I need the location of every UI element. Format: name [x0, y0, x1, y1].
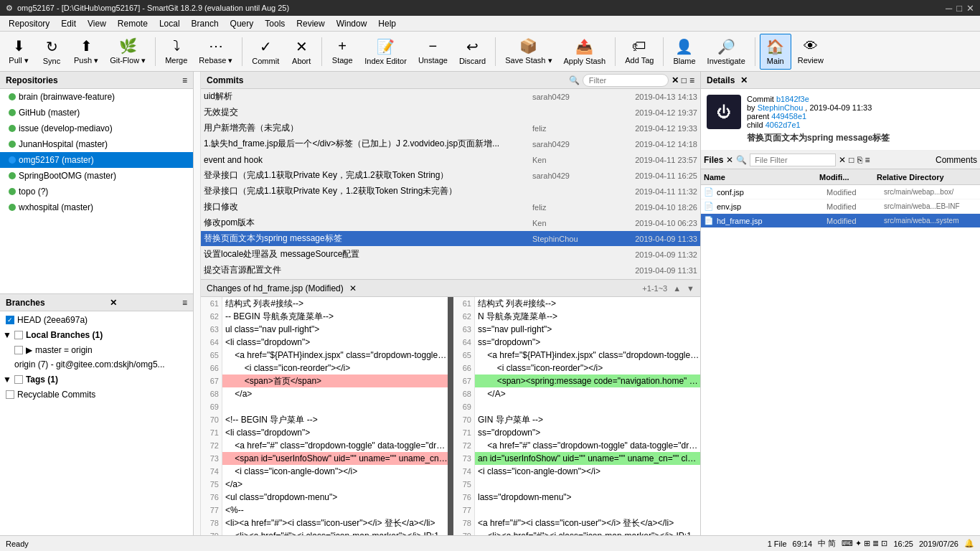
- menu-item-branch[interactable]: Branch: [186, 16, 225, 32]
- menu-item-query[interactable]: Query: [225, 16, 260, 32]
- clear-file-filter[interactable]: ✕: [839, 155, 846, 165]
- recyclable-checkbox[interactable]: [6, 390, 14, 399]
- filter-more-icon[interactable]: ≡: [689, 75, 694, 85]
- maximize-button[interactable]: □: [956, 3, 962, 14]
- search-files-icon[interactable]: 🔍: [736, 155, 747, 165]
- file-row[interactable]: 📄conf.jspModifiedsrc/main/webap...box/: [701, 185, 980, 199]
- main-button[interactable]: 🏠Main: [760, 34, 791, 70]
- diff-left-content[interactable]: 61结构式 列表#接续-->62-- BEGIN 导航条克隆菜单-->63ul …: [201, 297, 448, 545]
- commit-row[interactable]: 登录接口（完成1.1获取Private Key，完成1.2获取Token Str…: [201, 168, 700, 184]
- menu-item-edit[interactable]: Edit: [55, 16, 82, 32]
- line-content: <a href="${PATH}index.jspx" class="dropd…: [475, 349, 700, 362]
- commit-hash-link[interactable]: b1842f3e: [776, 95, 809, 103]
- close-button[interactable]: ✕: [966, 3, 974, 14]
- stage-button[interactable]: +Stage: [326, 34, 358, 70]
- master-branch[interactable]: ▶ master = origin: [0, 343, 193, 357]
- branches-close-icon[interactable]: ✕: [110, 298, 117, 308]
- file-list-options[interactable]: ≡: [865, 155, 870, 165]
- menu-item-repository[interactable]: Repository: [3, 16, 55, 32]
- details-header: Details ✕: [701, 72, 980, 89]
- file-filter-input[interactable]: [750, 154, 836, 166]
- pull-button[interactable]: ⬇Pull ▾: [3, 34, 34, 70]
- close-tab-icon[interactable]: ✕: [349, 283, 357, 293]
- files-tab-close[interactable]: ✕: [726, 155, 733, 165]
- line-content: [475, 478, 478, 491]
- rebase-button[interactable]: ⋯Rebase ▾: [194, 34, 237, 70]
- repo-item[interactable]: issue (develop-mediavo): [0, 121, 193, 136]
- file-row[interactable]: 📄hd_frame.jspModifiedsrc/main/weba...sys…: [701, 214, 980, 228]
- repo-item[interactable]: GitHub (master): [0, 105, 193, 121]
- apply-stash-button[interactable]: 📤Apply Stash: [559, 34, 611, 70]
- save-stash-button[interactable]: 📦Save Stash ▾: [500, 34, 557, 70]
- next-diff-button[interactable]: ▼: [687, 284, 694, 293]
- commit-row[interactable]: uid解析sarah04292019-04-13 14:13: [201, 89, 700, 105]
- branches-menu-icon[interactable]: ≡: [182, 298, 187, 308]
- commit-row[interactable]: 1.缺失hd_frame.jsp最后一个</div>标签（已加上）J 2.vod…: [201, 136, 700, 152]
- repo-status-dot: [9, 188, 16, 195]
- menu-item-window[interactable]: Window: [331, 16, 373, 32]
- filter-options-icon[interactable]: □: [682, 75, 687, 85]
- tags-group[interactable]: ▼ Tags (1): [0, 372, 193, 387]
- blame-button[interactable]: 👤Blame: [668, 34, 700, 70]
- origin-branch[interactable]: origin (7) - git@gitee.com:dskjh/omg5...: [0, 357, 193, 372]
- parent-link[interactable]: 449458e1: [771, 112, 806, 121]
- unstage-button[interactable]: −Unstage: [413, 34, 453, 70]
- commit-row[interactable]: event and hookKen2019-04-11 23:57: [201, 152, 700, 168]
- window-controls[interactable]: ─ □ ✕: [946, 3, 974, 14]
- file-new-icon[interactable]: □: [849, 155, 854, 165]
- master-checkbox[interactable]: [14, 346, 23, 354]
- repo-item[interactable]: omg52167 (master): [0, 152, 193, 168]
- abort-button[interactable]: ✕Abort: [286, 34, 317, 70]
- menu-item-remote[interactable]: Remote: [112, 16, 154, 32]
- file-copy-icon[interactable]: ⎘: [857, 155, 862, 165]
- add-tag-button[interactable]: 🏷Add Tag: [620, 34, 659, 70]
- menu-item-local[interactable]: Local: [154, 16, 186, 32]
- commit-row[interactable]: 接口修改feliz2019-04-10 18:26: [201, 199, 700, 215]
- sync-button[interactable]: ↻Sync: [36, 34, 67, 70]
- repo-item[interactable]: brain (brainwave-feature): [0, 89, 193, 105]
- repos-menu-icon[interactable]: ≡: [182, 75, 187, 85]
- menu-item-review[interactable]: Review: [291, 16, 330, 32]
- commit-row[interactable]: 用户新增亮善（未完成）feliz2019-04-12 19:33: [201, 121, 700, 136]
- branches-header: Branches ✕ ≡: [0, 294, 193, 311]
- merge-button[interactable]: ⤵Merge: [160, 34, 192, 70]
- tags-checkbox[interactable]: [14, 375, 23, 384]
- review-button[interactable]: 👁Review: [793, 34, 829, 70]
- head-checkbox[interactable]: ✓: [6, 316, 14, 324]
- prev-diff-button[interactable]: ▲: [673, 284, 681, 293]
- menu-item-tools[interactable]: Tools: [259, 16, 291, 32]
- files-tab-label[interactable]: Files: [704, 155, 723, 165]
- push-button[interactable]: ⬆Push ▾: [69, 34, 103, 70]
- repo-item[interactable]: wxhospital (master): [0, 199, 193, 215]
- filter-input[interactable]: [583, 74, 669, 87]
- commit-row[interactable]: 登录接口（完成1.1获取Private Key，1.2获取Token Strin…: [201, 184, 700, 199]
- diff-right-content[interactable]: 61结构式 列表#接续-->62N 导航条克隆菜单-->63ss="nav pu…: [453, 297, 700, 545]
- discard-button[interactable]: ↩Discard: [454, 34, 491, 70]
- repo-item[interactable]: topo (?): [0, 184, 193, 199]
- commit-button[interactable]: ✓Commit: [247, 34, 284, 70]
- minimize-button[interactable]: ─: [946, 3, 952, 14]
- investigate-button[interactable]: 🔎Investigate: [702, 34, 750, 70]
- local-checkbox[interactable]: [14, 331, 23, 339]
- repo-item[interactable]: SpringBootOMG (master): [0, 168, 193, 184]
- commit-row[interactable]: 替换页面文本为spring message标签StephinChou2019-0…: [201, 231, 700, 247]
- recyclable-commits[interactable]: Recyclable Commits: [0, 387, 193, 402]
- commit-row[interactable]: 设置locale处理器及 messageSource配置2019-04-09 1…: [201, 247, 700, 263]
- child-link[interactable]: 4062d7e1: [765, 121, 801, 129]
- commit-row[interactable]: 无效提交2019-04-12 19:37: [201, 105, 700, 121]
- details-close-icon[interactable]: ✕: [740, 75, 748, 85]
- commit-row[interactable]: 提交语言源配置文件2019-04-09 11:31: [201, 263, 700, 278]
- file-row[interactable]: 📄env.jspModifiedsrc/main/weba...EB-INF: [701, 199, 980, 214]
- author-link[interactable]: StephinChou: [758, 103, 804, 112]
- menu-item-view[interactable]: View: [82, 16, 112, 32]
- index-editor-button[interactable]: 📝Index Editor: [359, 34, 412, 70]
- local-branches-group[interactable]: ▼ Local Branches (1): [0, 327, 193, 343]
- git-flow-button[interactable]: 🌿Git-Flow ▾: [105, 34, 151, 70]
- repo-item[interactable]: JunanHospital (master): [0, 136, 193, 152]
- comments-tab[interactable]: Comments: [936, 155, 977, 165]
- clear-filter-icon[interactable]: ✕: [672, 75, 679, 85]
- menu-item-help[interactable]: Help: [372, 16, 402, 32]
- branch-head[interactable]: ✓ HEAD (2eea697a): [0, 313, 193, 327]
- commit-row[interactable]: 修改pom版本Ken2019-04-10 06:23: [201, 215, 700, 231]
- commit-row[interactable]: '直播节目'中的分类管理/节目页面与'VOD节目管理'中的节目页面添加上传图标.…: [201, 278, 700, 279]
